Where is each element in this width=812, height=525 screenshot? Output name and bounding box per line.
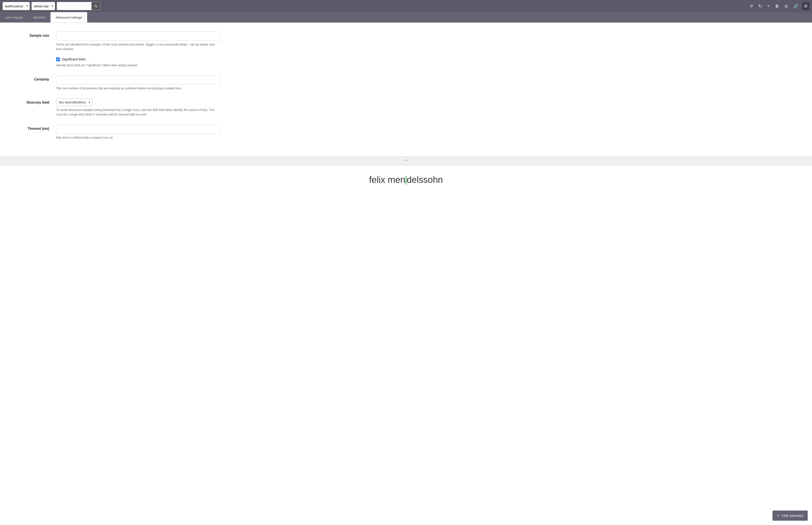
index-select-wrapper: lastfmusers2 (3, 2, 30, 10)
search-icon (94, 4, 97, 8)
gear-icon: ⚙ (804, 3, 808, 9)
toolbar: lastfmusers2 artists.raw chopin ↺ ↻ + 🗑 … (0, 0, 812, 12)
cancel-icon: ⊘ (784, 3, 788, 9)
undo-icon: ↺ (749, 3, 753, 9)
dataset-select-wrapper: artists.raw (31, 2, 55, 10)
significant-links-label[interactable]: Significant links (62, 57, 85, 61)
advanced-settings-panel: Sample size 2000 Terms are identified fr… (0, 23, 812, 156)
certainty-label: Certainty (13, 75, 56, 81)
link-icon: 🔗 (793, 3, 799, 9)
add-button[interactable]: + (765, 2, 771, 10)
sample-size-row: Sample size 2000 Terms are identified fr… (13, 31, 799, 68)
search-button[interactable] (92, 2, 100, 10)
significant-links-row: Significant links (56, 57, 220, 61)
sample-size-input[interactable]: 2000 (56, 31, 220, 41)
results-section: felix mendelssohn (0, 166, 812, 192)
chevron-up-icon: ⌃ (404, 159, 408, 164)
undo-button[interactable]: ↺ (748, 2, 755, 10)
delete-icon: 🗑 (775, 4, 779, 9)
timeout-content: 5000 Max time in milliseconds a request … (56, 124, 220, 140)
collapse-bar[interactable]: ⌃ (0, 156, 812, 166)
redo-button[interactable]: ↻ (756, 2, 764, 10)
diversity-field-label: Diversity field (13, 99, 56, 104)
timeout-label: Timeout (ms) (13, 124, 56, 131)
settings-button[interactable]: ⚙ (802, 2, 809, 10)
results-title: felix mendelssohn (13, 175, 799, 185)
collapse-button[interactable]: ⌃ (404, 159, 408, 164)
diversity-field-row: Diversity field [No diversification] To … (13, 99, 799, 117)
certainty-description: The min number of documents that are req… (56, 86, 220, 91)
certainty-input[interactable]: 3 (56, 75, 220, 85)
certainty-content: 3 The min number of documents that are r… (56, 75, 220, 91)
tab-bar: Last request Blacklist Advanced settings (0, 12, 812, 23)
diversity-field-content: [No diversification] To avoid document s… (56, 99, 220, 117)
timeout-description: Max time in milliseconds a request can r… (56, 135, 220, 140)
index-select[interactable]: lastfmusers2 (3, 2, 30, 10)
sample-size-content: 2000 Terms are identified from samples o… (56, 31, 220, 68)
link-button[interactable]: 🔗 (792, 2, 800, 10)
significant-links-checkbox[interactable] (56, 57, 60, 61)
diversity-select-wrapper: [No diversification] (56, 99, 93, 106)
timeout-row: Timeout (ms) 5000 Max time in millisecon… (13, 124, 799, 140)
significant-links-description: Identify terms that are "significant" ra… (56, 63, 220, 68)
diversity-field-description: To avoid document samples being dominate… (56, 108, 220, 117)
add-icon: + (767, 4, 770, 9)
search-box: chopin (57, 2, 100, 10)
tab-advanced-settings[interactable]: Advanced settings (50, 12, 88, 22)
timeout-input[interactable]: 5000 (56, 124, 220, 134)
dataset-select[interactable]: artists.raw (31, 2, 55, 10)
certainty-row: Certainty 3 The min number of documents … (13, 75, 799, 91)
sample-size-label: Sample size (13, 31, 56, 38)
tab-last-request[interactable]: Last request (0, 12, 28, 22)
highlight-marker (406, 176, 406, 184)
diversity-field-select[interactable]: [No diversification] (56, 99, 93, 106)
redo-icon: ↻ (758, 3, 762, 9)
sample-size-description: Terms are identified from samples of the… (56, 42, 220, 51)
search-input[interactable]: chopin (57, 2, 92, 10)
tab-blacklist[interactable]: Blacklist (28, 12, 50, 22)
delete-button[interactable]: 🗑 (773, 2, 781, 10)
cancel-button[interactable]: ⊘ (783, 2, 790, 10)
